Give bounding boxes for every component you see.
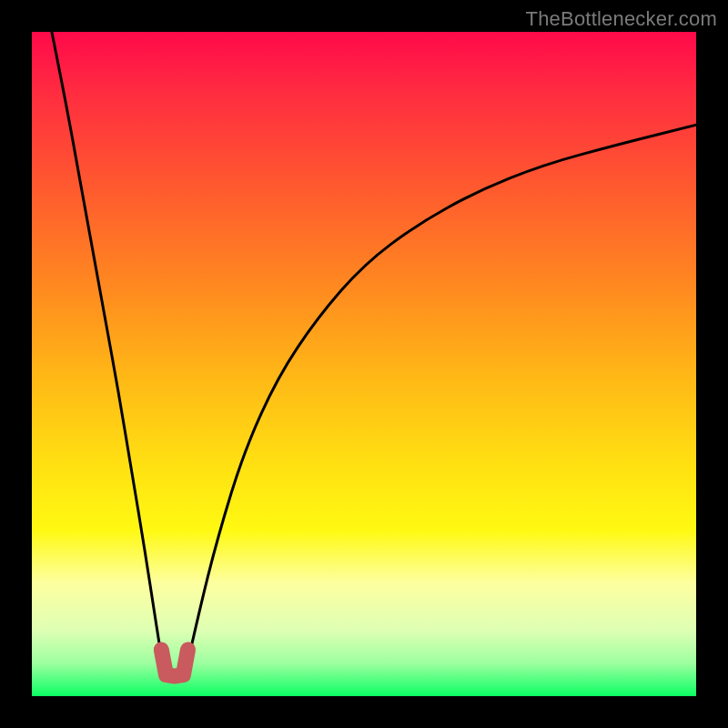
optimum-marker <box>161 650 187 676</box>
bottleneck-curve-svg <box>32 32 696 696</box>
curve-left-branch <box>52 32 165 676</box>
plot-area <box>32 32 696 696</box>
watermark-text: TheBottlenecker.com <box>526 7 717 31</box>
curve-right-branch <box>185 125 696 676</box>
